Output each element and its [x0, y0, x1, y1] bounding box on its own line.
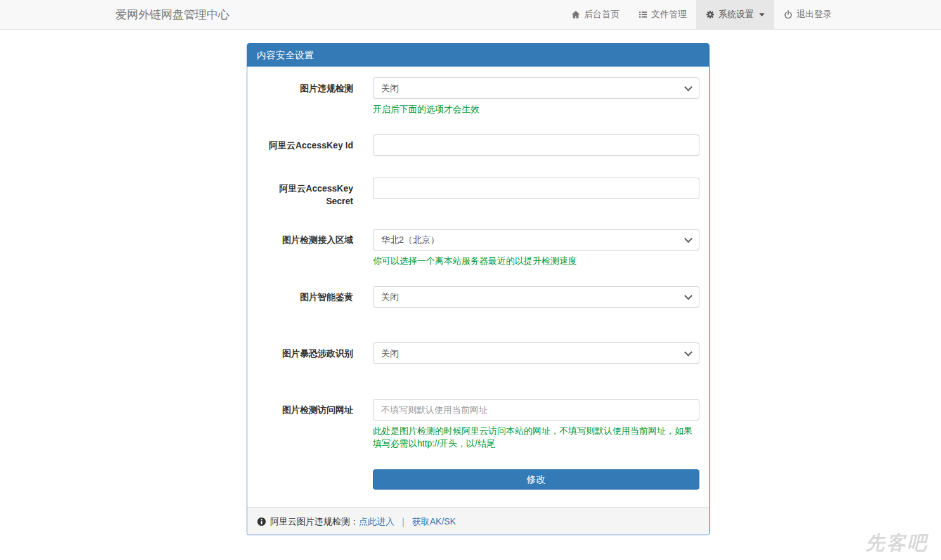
form-group-accesskey-secret: 阿里云AccessKey Secret: [257, 178, 699, 207]
form-group-detect-access-url: 图片检测访问网址 此处是图片检测的时候阿里云访问本站的网址，不填写则默认使用当前…: [257, 399, 699, 450]
form-group-submit: 修改: [257, 469, 699, 490]
form-group-detect-region: 图片检测接入区域 华北2（北京） 你可以选择一个离本站服务器最近的以提升检测速度: [257, 229, 699, 267]
nav-item-system-settings[interactable]: 系统设置: [696, 0, 774, 29]
field-label: 图片检测接入区域: [257, 229, 353, 267]
gear-icon: [706, 10, 715, 19]
field-label: 阿里云AccessKey Id: [257, 134, 353, 156]
nav-item-file-management[interactable]: 文件管理: [629, 0, 696, 29]
image-violation-detect-select[interactable]: 关闭: [373, 77, 699, 99]
power-icon: [784, 10, 793, 19]
form-group-terror-politics-detect: 图片暴恐涉政识别 关闭: [257, 342, 699, 364]
list-icon: [639, 10, 647, 19]
porn-detect-select[interactable]: 关闭: [373, 286, 699, 308]
form-group-image-violation: 图片违规检测 关闭 开启后下面的选项才会生效: [257, 77, 699, 115]
field-label: 图片智能鉴黄: [257, 286, 353, 308]
detect-access-url-input[interactable]: [373, 399, 699, 420]
field-label: 图片暴恐涉政识别: [257, 342, 353, 364]
detect-region-select[interactable]: 华北2（北京）: [373, 229, 699, 251]
panel-footer: 阿里云图片违规检测： 点此进入 ｜ 获取AK/SK: [247, 507, 709, 535]
home-icon: [571, 10, 580, 19]
footer-text: 阿里云图片违规检测：: [270, 515, 359, 528]
submit-button[interactable]: 修改: [373, 469, 699, 490]
nav-item-admin-home[interactable]: 后台首页: [562, 0, 629, 29]
field-label: 图片违规检测: [257, 77, 353, 115]
field-help: 开启后下面的选项才会生效: [373, 103, 699, 115]
aliyun-accesskey-id-input[interactable]: [373, 134, 699, 156]
form-group-porn-detect: 图片智能鉴黄 关闭: [257, 286, 699, 308]
footer-separator: ｜: [399, 515, 408, 528]
navbar-menu: 后台首页 文件管理: [562, 0, 841, 29]
aliyun-accesskey-secret-input[interactable]: [373, 178, 699, 199]
field-label: 阿里云AccessKey Secret: [257, 178, 353, 207]
get-aksk-link[interactable]: 获取AK/SK: [412, 515, 456, 528]
panel-title: 内容安全设置: [247, 44, 709, 67]
field-help: 此处是图片检测的时候阿里云访问本站的网址，不填写则默认使用当前网址，如果填写必需…: [373, 424, 699, 450]
caret-down-icon: [759, 13, 765, 16]
form-group-accesskey-id: 阿里云AccessKey Id: [257, 134, 699, 156]
terror-politics-detect-select[interactable]: 关闭: [373, 342, 699, 364]
nav-item-logout[interactable]: 退出登录: [774, 0, 841, 29]
field-help: 你可以选择一个离本站服务器最近的以提升检测速度: [373, 254, 699, 267]
field-label: 图片检测访问网址: [257, 399, 353, 450]
top-navbar: 爱网外链网盘管理中心 后台首页 文件管理: [0, 0, 941, 30]
nav-item-label: 退出登录: [796, 9, 832, 20]
enter-detect-link[interactable]: 点此进入: [359, 515, 394, 528]
content-security-panel: 内容安全设置 图片违规检测 关闭 开启后下面的选项才会生效 阿里云AccessK…: [247, 43, 710, 535]
nav-item-label: 后台首页: [584, 9, 620, 20]
nav-item-label: 文件管理: [651, 9, 687, 20]
info-icon: [257, 517, 266, 526]
app-title: 爱网外链网盘管理中心: [115, 0, 230, 29]
settings-form: 图片违规检测 关闭 开启后下面的选项才会生效 阿里云AccessKey Id 阿…: [247, 67, 709, 507]
nav-item-label: 系统设置: [718, 9, 754, 20]
watermark: 先客吧: [866, 530, 928, 556]
